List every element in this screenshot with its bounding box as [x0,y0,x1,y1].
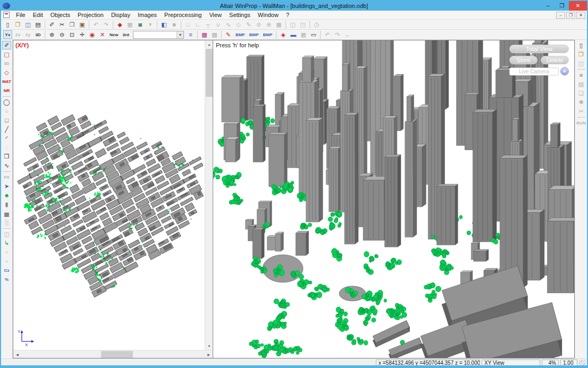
scroll-down-icon[interactable]: ▼ [205,342,213,350]
project-open-icon[interactable]: ❐ [577,50,586,58]
print-icon[interactable]: ▤ [33,20,43,29]
number-mode-icon[interactable]: NR [2,86,12,95]
mdi-close-button[interactable]: ✕ [576,12,585,19]
menu-item-images[interactable]: Images [134,11,161,19]
scroll-up-icon[interactable]: ▲ [205,40,213,48]
redo-icon[interactable]: ↷ [102,20,111,29]
window-split-icon[interactable]: ◧ [159,20,169,29]
image-color-icon[interactable]: ▩ [200,30,209,39]
wall-tool-icon[interactable]: ▮ [2,200,11,208]
view-3d-canvas[interactable] [213,40,575,358]
menu-item-file[interactable]: File [12,11,29,19]
snap-corner-icon[interactable]: ↳ [2,239,11,247]
draw-poly-icon[interactable]: ◇ [234,20,243,29]
mdi-restore-button[interactable]: ❐ [566,12,575,19]
minimize-button[interactable]: – [541,1,555,11]
vertical-scrollbar[interactable]: ▲ ▼ [205,40,213,350]
draw-globe-icon[interactable]: ⊕ [264,20,273,29]
run-simulation-icon[interactable]: RUN [575,119,587,127]
maximize-button[interactable]: ❐ [555,1,569,11]
sim-preview-icon[interactable]: ▨ [577,80,586,88]
measure-line-icon[interactable]: ▬ [289,30,298,39]
vegetation-tool-icon[interactable]: ♣ [2,191,11,199]
draw-rect-icon[interactable]: □ [183,20,192,29]
sim-convert-icon[interactable]: ❏ [577,89,586,97]
sim-cut-icon[interactable]: ✂ [577,107,586,115]
zoom-reset-icon[interactable]: ✕ [98,30,107,39]
select-icon[interactable]: ✐ [47,20,56,29]
terrain-tool-icon[interactable]: ░ [2,218,11,227]
draw-ellipse-icon[interactable]: ◌ [2,143,11,152]
sim-settings-icon[interactable]: ✱ [577,98,586,106]
cut-icon[interactable]: ✂ [57,20,66,29]
resize-grip[interactable] [579,360,585,366]
materials-icon[interactable]: ◙ [136,20,145,29]
save-icon[interactable]: ◫ [23,20,32,29]
paste-icon[interactable]: ▣ [78,20,87,29]
menu-item-settings[interactable]: Settings [225,11,254,19]
split-vertical-icon[interactable]: ◳ [298,20,307,29]
bmp-copy-icon[interactable]: BMP [248,30,261,39]
view-xy-icon[interactable]: Yx [3,30,12,39]
horizontal-scrollbar[interactable]: ◀ ▶ [13,350,213,358]
layers-icon[interactable]: ≡ [186,30,195,39]
map-2d-area[interactable]: (X/Y) Y X ▲ ▼ [13,40,213,350]
marker-icon[interactable]: ✎ [224,30,233,39]
project-new-icon[interactable]: ▯ [577,41,586,49]
live-camera-field[interactable]: Live Camera [509,68,559,76]
draw-box-icon[interactable]: ❒ [2,152,11,161]
view-3d-panel[interactable]: Press 'h' for help Total View Store Dele… [213,40,575,358]
bmp-save-icon[interactable]: BMP [234,30,247,39]
menu-item-help[interactable]: ? [282,11,293,19]
image-gray-icon[interactable]: ▩ [210,30,219,39]
bmp-view-icon[interactable]: BMP [261,30,274,39]
edit-pointer-icon[interactable]: ✐ [2,41,11,49]
draw-arc-icon[interactable]: ◜ [2,134,11,143]
menu-item-view[interactable]: View [205,11,225,19]
open-icon[interactable]: ❐ [13,20,22,29]
zoom-window-icon[interactable]: ⊡ [68,30,77,39]
document-icon[interactable] [3,12,10,18]
image-pair-icon[interactable]: ◫ [2,230,11,238]
camera-dropdown-button[interactable]: ▼ [560,67,569,76]
coord-z-icon[interactable]: Cz [2,266,11,274]
draw-pencil-icon[interactable]: ✎ [244,20,253,29]
rotate-right-icon[interactable]: ↷ [333,30,342,39]
new-icon[interactable]: ▯ [3,20,12,29]
draw-circle-icon[interactable]: ○ [2,107,11,115]
menu-item-projection[interactable]: Projection [74,11,107,19]
draw-corner-icon[interactable]: ∟ [194,20,203,29]
zoom-point-icon[interactable]: ◉ [88,30,97,39]
menu-item-window[interactable]: Window [254,11,282,19]
draw-circle-icon[interactable]: ⊘ [254,20,263,29]
project-save-icon[interactable]: ◫ [577,59,586,68]
image-export-icon[interactable]: ▦ [125,20,135,29]
history-clock-icon[interactable]: ◷ [312,20,321,29]
draw-spline-icon[interactable]: ∿ [2,161,11,170]
sim-stop-icon[interactable]: ■ [577,71,586,79]
copy-icon[interactable]: ❐ [68,20,77,29]
select-area-icon[interactable]: ▢ [2,50,11,58]
grid-toggle-icon[interactable]: ▦ [299,30,308,39]
draw-polygon-icon[interactable]: ◯ [2,98,11,106]
menu-item-objects[interactable]: Objects [47,11,74,19]
draw-line-icon[interactable]: ╱ [2,125,11,133]
scale-z-icon[interactable]: % [2,275,11,283]
draw-rectangle-icon[interactable]: □ [2,116,11,124]
horizontal-scroll-thumb[interactable] [101,351,133,358]
close-button[interactable]: ✕ [569,1,587,11]
menu-item-preprocessing[interactable]: Preprocessing [161,11,205,19]
draw-u-icon[interactable]: ∪ [214,20,223,29]
vertical-scroll-thumb[interactable] [206,49,213,97]
draw-s-icon[interactable]: ∿ [224,20,233,29]
total-view-button[interactable]: Total View [509,45,569,53]
zoom-in-icon[interactable]: ⊕ [47,30,56,39]
rotate-left-icon[interactable]: ↶ [323,30,332,39]
snapshot-icon[interactable]: ▭ [309,30,318,39]
map-2d-canvas[interactable] [13,40,206,350]
scroll-left-icon[interactable]: ◀ [13,350,21,358]
menu-item-edit[interactable]: Edit [29,11,47,19]
delete-button[interactable]: Delete [541,56,569,64]
window-single-icon[interactable]: ■ [170,20,179,29]
page-tool-icon[interactable]: ▫ [2,248,11,256]
